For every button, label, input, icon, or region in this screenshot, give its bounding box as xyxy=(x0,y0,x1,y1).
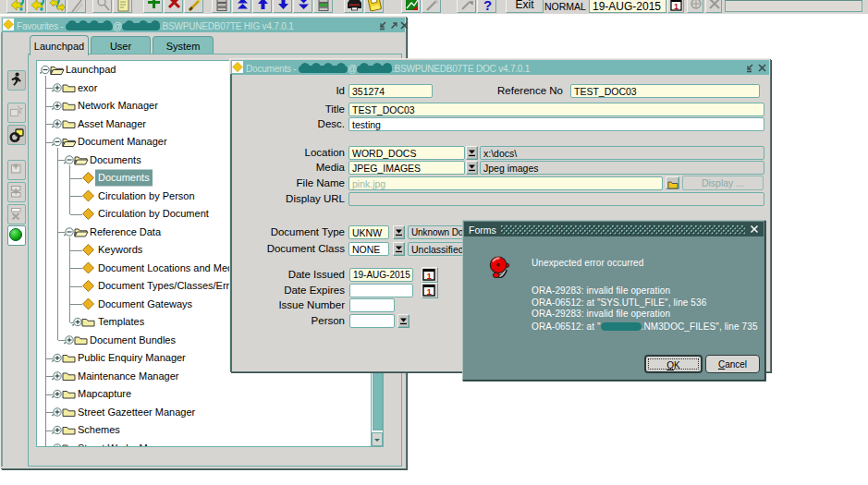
svg-text:Document Manager: Document Manager xyxy=(78,136,167,147)
svg-text:exor: exor xyxy=(78,82,98,93)
svg-text:Templates: Templates xyxy=(98,316,145,327)
svg-text:Mapcapture: Mapcapture xyxy=(78,388,131,399)
svg-text:Circulation by Person: Circulation by Person xyxy=(98,190,195,201)
svg-text:1: 1 xyxy=(427,286,433,297)
svg-text:Network Manager: Network Manager xyxy=(78,100,158,111)
svg-text:Keywords: Keywords xyxy=(98,244,143,255)
svg-text:Documents: Documents xyxy=(90,154,141,165)
svg-text:1: 1 xyxy=(427,271,433,281)
svg-text:Circulation by Document: Circulation by Document xyxy=(98,208,209,219)
svg-text:Document Gateways: Document Gateways xyxy=(98,298,193,309)
svg-text:Public Enquiry Manager: Public Enquiry Manager xyxy=(78,352,186,363)
svg-text:Document Types/Classes/Errors: Document Types/Classes/Errors xyxy=(98,280,244,291)
svg-text:Documents: Documents xyxy=(98,172,150,183)
svg-text:Maintenance Manager: Maintenance Manager xyxy=(78,370,179,382)
svg-text:?: ? xyxy=(483,0,492,12)
svg-text:Asset Manager: Asset Manager xyxy=(78,118,146,129)
svg-text:Street Works Manager: Street Works Manager xyxy=(78,443,179,448)
svg-text:Reference Data: Reference Data xyxy=(90,226,162,237)
svg-text:Street Gazetteer Manager: Street Gazetteer Manager xyxy=(78,406,196,418)
svg-text:Document Bundles: Document Bundles xyxy=(90,334,176,346)
svg-text:1: 1 xyxy=(674,2,679,11)
svg-text:Schemes: Schemes xyxy=(78,424,120,435)
svg-text:Launchpad: Launchpad xyxy=(66,64,116,75)
